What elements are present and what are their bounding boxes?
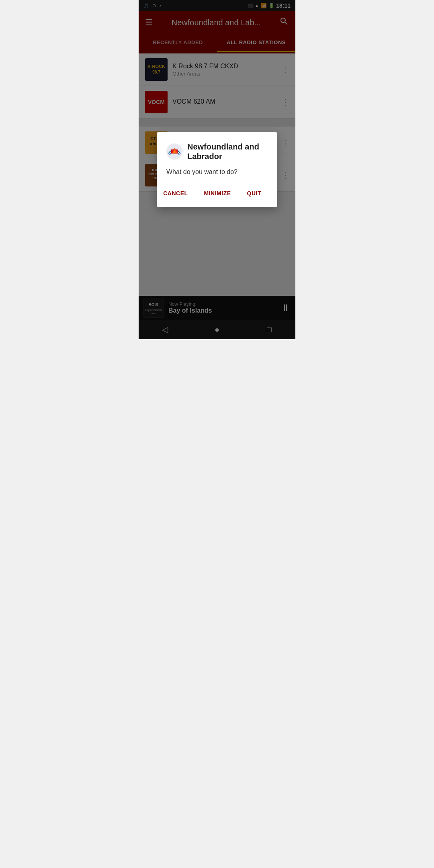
dialog-message: What do you want to do? bbox=[166, 168, 268, 176]
dialog-title: Newfoundland and Labrador bbox=[187, 142, 268, 161]
quit-button[interactable]: QUIT bbox=[241, 186, 268, 201]
dialog-header: 🍁 Newfoundland and Labrador bbox=[166, 142, 268, 161]
dialog-app-icon: 🍁 bbox=[166, 143, 182, 160]
dialog-overlay: 🍁 Newfoundland and Labrador What do you … bbox=[139, 0, 295, 339]
svg-text:🍁: 🍁 bbox=[171, 148, 178, 155]
cancel-button[interactable]: CANCEL bbox=[157, 186, 194, 201]
minimize-button[interactable]: MINIMIZE bbox=[198, 186, 237, 201]
dialog: 🍁 Newfoundland and Labrador What do you … bbox=[157, 132, 277, 207]
dialog-actions: CANCEL MINIMIZE QUIT bbox=[166, 186, 268, 204]
